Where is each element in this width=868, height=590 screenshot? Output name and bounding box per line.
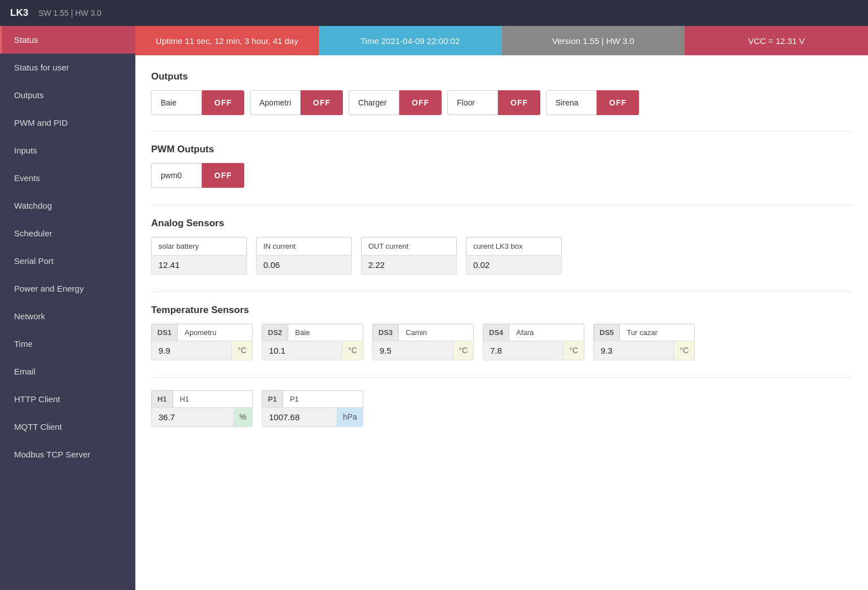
vcc-indicator: VCC = 12.31 V	[685, 26, 868, 55]
temp-sensor-name: Camin	[399, 324, 473, 341]
hp-sensor-card: H1H136.7%	[151, 390, 253, 427]
hp-sensor-id: H1	[152, 391, 173, 407]
output-button[interactable]: OFF	[202, 90, 244, 115]
hp-sensor-header: P1P1	[262, 390, 363, 407]
temp-grid: DS1Apometru9.9°CDS2Baie10.1°CDS3Camin9.5…	[151, 324, 852, 360]
analog-title: Analog Sensors	[151, 218, 852, 229]
hp-sensor-unit: hPa	[337, 408, 363, 426]
pwm-label: pwm0	[151, 163, 202, 188]
temp-sensor-value: 7.8	[483, 341, 563, 360]
temp-title: Temperature Sensors	[151, 305, 852, 316]
uptime-indicator: Uptime 11 sec, 12 min, 3 hour, 41 day	[135, 26, 319, 55]
sidebar-item-events[interactable]: Events	[0, 164, 135, 192]
temp-sensor-id: DS3	[373, 324, 399, 341]
output-pair: ApometriOFF	[250, 90, 343, 115]
analog-sensor-value: 0.02	[466, 255, 562, 275]
output-label: Baie	[151, 90, 202, 115]
sidebar-item-http-client[interactable]: HTTP Client	[0, 385, 135, 413]
temp-sensor-unit: °C	[452, 341, 473, 360]
temp-value-row: 10.1°C	[262, 341, 363, 360]
sidebar-item-scheduler[interactable]: Scheduler	[0, 219, 135, 247]
output-pair: FloorOFF	[447, 90, 540, 115]
sidebar: StatusStatus for userOutputsPWM and PIDI…	[0, 26, 135, 590]
temp-value-row: 9.9°C	[151, 341, 253, 360]
temp-sensor-unit: °C	[231, 341, 252, 360]
output-pair: SirenaOFF	[546, 90, 639, 115]
hp-sensor-unit: %	[233, 408, 252, 426]
temp-sensor-header: DS3Camin	[372, 324, 474, 341]
sidebar-item-network[interactable]: Network	[0, 302, 135, 330]
analog-sensor-card: solar battery12.41	[151, 237, 247, 275]
hp-sensor-value: 36.7	[152, 408, 233, 426]
pwm-title: PWM Outputs	[151, 144, 852, 155]
temp-sensor-header: DS1Apometru	[151, 324, 253, 341]
sidebar-item-email[interactable]: Email	[0, 358, 135, 385]
temp-value-row: 9.5°C	[372, 341, 474, 360]
app-logo: LK3	[10, 7, 28, 19]
outputs-title: Outputs	[151, 71, 852, 82]
sidebar-item-inputs[interactable]: Inputs	[0, 137, 135, 164]
output-label: Charger	[349, 90, 399, 115]
temp-sensor-id: DS2	[262, 324, 288, 341]
temp-sensor-unit: °C	[563, 341, 584, 360]
output-button[interactable]: OFF	[399, 90, 442, 115]
temp-value-row: 7.8°C	[483, 341, 584, 360]
analog-sensor-value: 2.22	[361, 255, 457, 275]
output-label: Apometri	[250, 90, 301, 115]
analog-sensor-label: OUT current	[361, 237, 457, 255]
temp-sensor-value: 9.3	[594, 341, 673, 360]
analog-sensor-label: solar battery	[151, 237, 247, 255]
sidebar-item-power-and-energy[interactable]: Power and Energy	[0, 275, 135, 302]
output-button[interactable]: OFF	[498, 90, 540, 115]
analog-sensor-label: IN current	[256, 237, 352, 255]
temp-sensor-value: 10.1	[262, 341, 342, 360]
temp-sensor-header: DS2Baie	[262, 324, 363, 341]
temp-sensor-value: 9.9	[152, 341, 231, 360]
pwm-button[interactable]: OFF	[202, 163, 244, 188]
sidebar-item-mqtt-client[interactable]: MQTT Client	[0, 413, 135, 441]
sidebar-item-watchdog[interactable]: Watchdog	[0, 192, 135, 219]
analog-sensor-value: 12.41	[151, 255, 247, 275]
sidebar-item-modbus-tcp-server[interactable]: Modbus TCP Server	[0, 441, 135, 468]
analog-sensor-card: OUT current2.22	[361, 237, 457, 275]
sidebar-item-time[interactable]: Time	[0, 330, 135, 358]
hp-value-row: 1007.68hPa	[262, 407, 363, 427]
temp-sensor-card: DS1Apometru9.9°C	[151, 324, 253, 360]
sidebar-item-serial-port[interactable]: Serial Port	[0, 247, 135, 275]
temp-sensor-card: DS3Camin9.5°C	[372, 324, 474, 360]
analog-grid: solar battery12.41IN current0.06OUT curr…	[151, 237, 852, 275]
temp-sensor-name: Afara	[509, 324, 584, 341]
temp-sensor-name: Apometru	[178, 324, 252, 341]
layout: StatusStatus for userOutputsPWM and PIDI…	[0, 26, 868, 590]
divider3	[151, 292, 852, 292]
temp-sensor-card: DS2Baie10.1°C	[262, 324, 363, 360]
temp-sensor-id: DS4	[483, 324, 509, 341]
output-pair: BaieOFF	[151, 90, 244, 115]
hp-sensor-header: H1H1	[151, 390, 253, 407]
output-pair: ChargerOFF	[349, 90, 442, 115]
temp-sensor-value: 9.5	[373, 341, 452, 360]
time-indicator: Time 2021-04-09 22:00:02	[319, 26, 502, 55]
status-bar: Uptime 11 sec, 12 min, 3 hour, 41 day Ti…	[135, 26, 868, 55]
sidebar-item-status[interactable]: Status	[0, 26, 135, 54]
output-label: Floor	[447, 90, 498, 115]
temp-sensor-name: Tur cazar	[620, 324, 694, 341]
output-button[interactable]: OFF	[597, 90, 639, 115]
sidebar-item-status-for-user[interactable]: Status for user	[0, 54, 135, 81]
divider1	[151, 131, 852, 131]
pwm-row: pwm0OFF	[151, 163, 852, 188]
temp-sensor-unit: °C	[673, 341, 694, 360]
sidebar-item-outputs[interactable]: Outputs	[0, 81, 135, 109]
hp-value-row: 36.7%	[151, 407, 253, 427]
hp-sensor-value: 1007.68	[262, 408, 337, 426]
main-area: Uptime 11 sec, 12 min, 3 hour, 41 day Ti…	[135, 26, 868, 590]
hp-sensor-name: P1	[283, 391, 363, 407]
analog-sensor-card: curent LK3 box0.02	[466, 237, 562, 275]
temp-section: Temperature Sensors DS1Apometru9.9°CDS2B…	[151, 305, 852, 360]
hp-sensor-card: P1P11007.68hPa	[262, 390, 363, 427]
temp-sensor-card: DS5Tur cazar9.3°C	[593, 324, 695, 360]
analog-sensor-label: curent LK3 box	[466, 237, 562, 255]
sidebar-item-pwm-and-pid[interactable]: PWM and PID	[0, 109, 135, 137]
output-button[interactable]: OFF	[301, 90, 343, 115]
divider4	[151, 377, 852, 378]
